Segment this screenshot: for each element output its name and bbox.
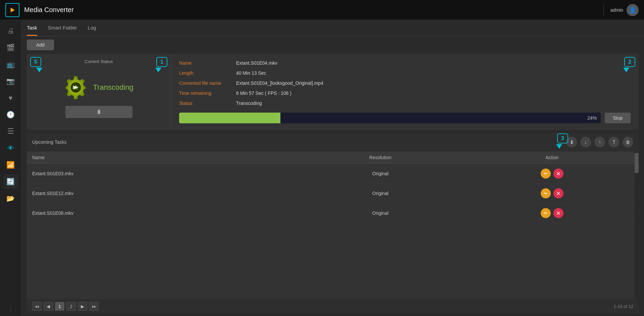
row3-edit-button[interactable]: ✏	[541, 208, 551, 218]
sidebar-more[interactable]: ⋮	[7, 305, 14, 313]
col-resolution: Resolution	[295, 151, 465, 164]
main-layout: 🖨 🎬 📺 📷 ♥ 🕐 ☰ 👁 📶 🔄 📂 ⋮ Task Smart Folde…	[0, 20, 644, 316]
length-label: Length	[179, 70, 233, 76]
current-task-left: 5 Current Status 1	[27, 54, 171, 130]
page-last-button[interactable]: ⏭	[89, 302, 99, 311]
row3-resolution: Original	[295, 203, 465, 223]
row3-delete-button[interactable]: ✕	[553, 208, 564, 218]
tabs-bar: Task Smart Folder Log 4	[21, 20, 644, 36]
page-1-button[interactable]: 1	[55, 302, 64, 311]
col-action: Action	[465, 151, 639, 164]
status-value: Transcoding	[236, 101, 631, 106]
page-first-button[interactable]: ⏮	[32, 302, 42, 311]
sidebar: 🖨 🎬 📺 📷 ♥ 🕐 ☰ 👁 📶 🔄 📂 ⋮	[0, 20, 21, 316]
sidebar-item-heart[interactable]: ♥	[3, 90, 18, 105]
converted-label: Converted file name	[179, 80, 233, 86]
avatar: 👤	[627, 4, 639, 16]
current-task-right: 2 Name Extant.S01E04.mkv Length 40 Min 1…	[171, 54, 639, 130]
row2-resolution: Original	[295, 184, 465, 203]
move-top-button[interactable]: ⤒	[608, 137, 619, 147]
row2-delete-button[interactable]: ✕	[553, 188, 564, 198]
sidebar-item-eye[interactable]: 👁	[3, 141, 18, 155]
username: admin	[610, 7, 623, 13]
add-button[interactable]: Add	[27, 40, 54, 50]
row2-actions: ✏ ✕	[465, 184, 639, 203]
page-next-button[interactable]: ▶	[78, 302, 87, 311]
content-area: Task Smart Folder Log 4 Add	[21, 20, 644, 316]
pause-icon: ⏸	[96, 109, 102, 116]
table-row: Extant.S01E12.mkv Original ✏ ✕	[27, 184, 639, 203]
upcoming-header: Upcoming Tasks 3 ⬇ ↓ ↑ ⤒ 🗑	[27, 133, 639, 151]
sidebar-item-film[interactable]: 🎬	[3, 40, 18, 55]
page-info: 1-10 of 12	[613, 304, 633, 309]
progress-row: 24% Stop	[179, 113, 631, 123]
callout-2: 2	[624, 57, 635, 67]
row3-name: Extant.S01E06.mkv	[27, 203, 295, 223]
name-value: Extant.S01E04.mkv	[236, 60, 631, 66]
tab-task[interactable]: Task	[27, 20, 37, 36]
row3-action-btns: ✏ ✕	[471, 208, 633, 218]
topbar-divider	[603, 4, 604, 16]
row1-name: Extant.S01E03.mkv	[27, 164, 295, 184]
table-row: Extant.S01E06.mkv Original ✏ ✕	[27, 203, 639, 223]
sidebar-item-tv[interactable]: 📺	[3, 57, 18, 72]
progress-bar: 24%	[179, 113, 601, 123]
row1-edit-button[interactable]: ✏	[541, 169, 551, 179]
time-label: Time remaining	[179, 90, 233, 96]
length-value: 40 Min 13 Sec	[236, 70, 631, 76]
row1-action-btns: ✏ ✕	[471, 169, 633, 179]
status-label: Status	[179, 101, 233, 106]
delete-all-button[interactable]: 🗑	[623, 137, 633, 147]
row2-name: Extant.S01E12.mkv	[27, 184, 295, 203]
row3-actions: ✏ ✕	[465, 203, 639, 223]
progress-fill	[179, 113, 280, 123]
app-title: Media Converter	[24, 6, 597, 14]
callout-1: 1	[156, 57, 167, 67]
time-value: 6 Min 57 Sec ( FPS : 106 )	[236, 90, 631, 96]
name-label: Name	[179, 60, 233, 66]
page-prev-button[interactable]: ◀	[44, 302, 53, 311]
upcoming-section: Upcoming Tasks 3 ⬇ ↓ ↑ ⤒ 🗑	[27, 133, 639, 313]
task-table: Name Resolution Action Extant.S01E03.mkv…	[27, 151, 639, 223]
upcoming-actions: ⬇ ↓ ↑ ⤒ 🗑	[566, 137, 633, 147]
pause-button[interactable]: ⏸	[65, 106, 132, 118]
scrollbar-track[interactable]	[635, 151, 639, 299]
sidebar-item-signal[interactable]: 📶	[3, 157, 18, 172]
row1-resolution: Original	[295, 164, 465, 184]
tab-smart-folder[interactable]: Smart Folder	[48, 20, 77, 36]
pagination: ⏮ ◀ 1 2 ▶ ⏭ 1-10 of 12	[27, 299, 639, 313]
sidebar-item-convert[interactable]: 🔄	[3, 174, 18, 189]
row1-actions: ✏ ✕	[465, 164, 639, 184]
progress-percent: 24%	[587, 115, 597, 121]
toolbar: Add	[21, 36, 644, 54]
gear-icon-container: Transcoding	[64, 76, 133, 99]
move-up-button[interactable]: ↑	[594, 137, 605, 147]
scrollbar-thumb[interactable]	[635, 153, 639, 173]
task-info-grid: Name Extant.S01E04.mkv Length 40 Min 13 …	[179, 60, 631, 106]
upcoming-title: Upcoming Tasks	[32, 139, 66, 145]
transcoding-label: Transcoding	[93, 83, 133, 92]
sidebar-item-list[interactable]: ☰	[3, 124, 18, 139]
col-name: Name	[27, 151, 295, 164]
move-down-button[interactable]: ↓	[580, 137, 591, 147]
sidebar-item-camera[interactable]: 📷	[3, 74, 18, 88]
row1-delete-button[interactable]: ✕	[553, 169, 564, 179]
stop-button[interactable]: Stop	[605, 113, 631, 123]
row2-edit-button[interactable]: ✏	[541, 188, 551, 198]
app-logo	[5, 3, 19, 17]
user-info: admin 👤	[610, 4, 639, 16]
table-row: Extant.S01E03.mkv Original ✏ ✕	[27, 164, 639, 184]
sidebar-item-clock[interactable]: 🕐	[3, 107, 18, 122]
topbar: Media Converter admin 👤	[0, 0, 644, 20]
tab-log[interactable]: Log 4	[88, 20, 96, 36]
converted-value: Extant.S01E04_[looksgood_Original].mp4	[236, 80, 631, 86]
gear-icon	[64, 76, 88, 99]
row2-action-btns: ✏ ✕	[471, 188, 633, 198]
sidebar-item-print[interactable]: 🖨	[3, 23, 18, 38]
table-container: Name Resolution Action Extant.S01E03.mkv…	[27, 151, 639, 299]
svg-marker-0	[11, 7, 15, 12]
callout-3: 3	[557, 133, 568, 143]
sidebar-item-folder[interactable]: 📂	[3, 191, 18, 206]
page-2-button[interactable]: 2	[66, 302, 76, 311]
current-task-panel: 5 Current Status 1	[27, 54, 639, 130]
